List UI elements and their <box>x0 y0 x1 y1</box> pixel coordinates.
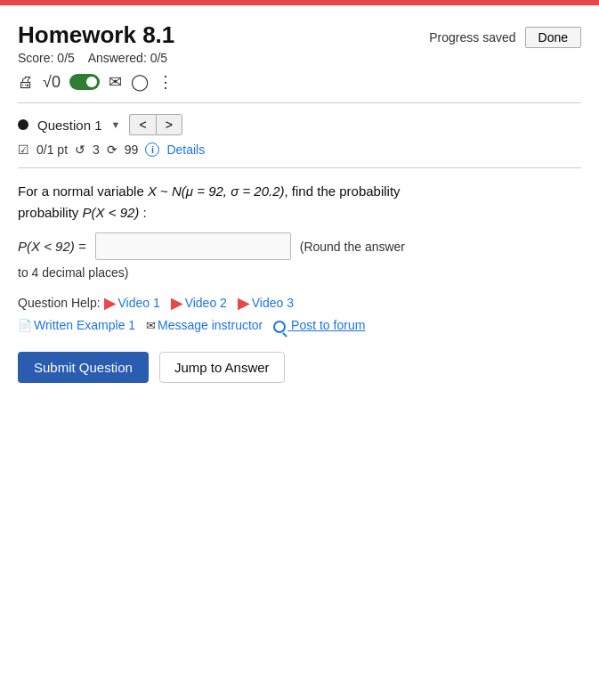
video2-link[interactable]: Video 2 <box>185 296 227 310</box>
question-math-px: P(X < 92) <box>83 205 140 220</box>
divider-1 <box>18 102 581 103</box>
submit-question-button[interactable]: Submit Question <box>18 352 149 383</box>
checkbox-icon: ☑ <box>18 142 29 157</box>
divider-2 <box>18 167 581 168</box>
progress-block: Progress saved Done <box>429 27 581 48</box>
done-button[interactable]: Done <box>525 27 581 48</box>
answer-row: P(X < 92) = (Round the answer <box>18 232 581 260</box>
score-row: Score: 0/5 Answered: 0/5 <box>18 51 174 65</box>
answered-label: Answered: <box>88 51 147 65</box>
dropdown-arrow-icon[interactable]: ▼ <box>111 119 121 130</box>
question-text: For a normal variable X ~ N(μ = 92, σ = … <box>18 181 581 224</box>
next-question-button[interactable]: > <box>156 114 182 135</box>
video1-link[interactable]: Video 1 <box>118 296 160 310</box>
help-label: Question Help: <box>18 296 101 310</box>
question-math-n: N(μ = 92, σ = 20.2) <box>172 183 285 199</box>
written-icon: 📄 <box>18 319 32 332</box>
answer-label: P(X < 92) = <box>18 239 86 254</box>
details-link[interactable]: Details <box>166 142 205 157</box>
question-text-part1: For a normal variable <box>18 183 148 199</box>
retry-count: 3 <box>93 142 100 157</box>
pts-text: 0/1 pt <box>36 142 68 157</box>
question-nav: Question 1 ▼ < > <box>18 114 581 135</box>
message-link[interactable]: Message instructor <box>158 318 263 332</box>
video2-play-icon <box>171 297 183 310</box>
question-text-prob: probability <box>18 205 83 220</box>
question-label: Question 1 <box>37 118 102 133</box>
answer-input[interactable] <box>95 232 291 260</box>
refresh-icon: ⟳ <box>107 142 117 157</box>
mail-icon[interactable]: ✉ <box>109 72 122 92</box>
question-text-sim: ~ <box>157 183 172 199</box>
video3-play-icon <box>238 297 250 310</box>
question-text-colon: : <box>139 205 146 220</box>
video1-play-icon <box>104 297 117 310</box>
answered-value: 0/5 <box>150 51 167 65</box>
comment-icon[interactable]: ◯ <box>131 72 149 92</box>
written-link[interactable]: Written Example 1 <box>34 318 135 332</box>
pts-row: ☑ 0/1 pt ↺ 3 ⟳ 99 i Details <box>18 142 581 157</box>
question-text-find: , find the probability <box>285 183 401 199</box>
decimal-note: to 4 decimal places) <box>18 265 581 280</box>
post-search-icon <box>273 321 286 333</box>
sqrt-icon[interactable]: √0 <box>43 73 61 92</box>
post-label: Post to <box>291 318 330 332</box>
video3-link[interactable]: Video 3 <box>252 296 294 310</box>
more-icon[interactable]: ⋮ <box>158 72 174 92</box>
header-row: Homework 8.1 Score: 0/5 Answered: 0/5 Pr… <box>18 21 581 65</box>
message-icon: ✉ <box>146 319 156 332</box>
actions-row: Submit Question Jump to Answer <box>18 352 581 383</box>
forum-label: forum <box>334 318 366 332</box>
help-section: Question Help: Video 1 Video 2 Video 3 📄… <box>18 292 581 337</box>
refresh-count: 99 <box>125 142 139 157</box>
title-block: Homework 8.1 Score: 0/5 Answered: 0/5 <box>18 21 174 65</box>
score-label: Score: <box>18 51 53 65</box>
question-dot <box>18 119 28 130</box>
round-note: (Round the answer <box>300 240 405 254</box>
toolbar: 🖨 √0 ✉ ◯ ⋮ <box>18 72 581 92</box>
retry-icon: ↺ <box>75 142 85 157</box>
prev-question-button[interactable]: < <box>129 114 155 135</box>
toggle-switch[interactable] <box>69 74 100 90</box>
progress-text: Progress saved <box>429 30 515 45</box>
score-value: 0/5 <box>57 51 74 65</box>
post-link[interactable]: Post to forum <box>287 318 365 332</box>
nav-buttons: < > <box>129 114 182 135</box>
info-icon[interactable]: i <box>145 142 159 157</box>
jump-to-answer-button[interactable]: Jump to Answer <box>159 352 285 383</box>
question-math-x: X <box>148 183 157 199</box>
print-icon[interactable]: 🖨 <box>18 73 34 92</box>
page-title: Homework 8.1 <box>18 21 174 49</box>
